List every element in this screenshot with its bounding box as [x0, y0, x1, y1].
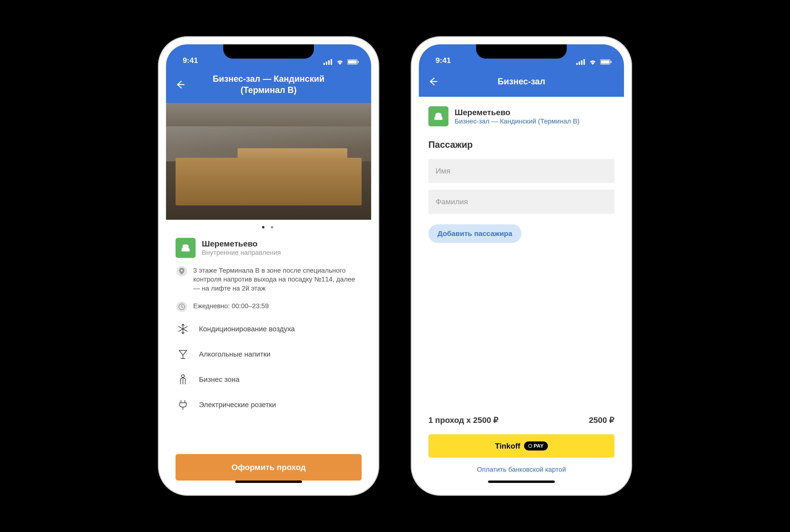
home-indicator[interactable] — [235, 480, 302, 483]
amenity-business: Бизнес зона — [166, 367, 371, 392]
clock-icon — [177, 302, 187, 312]
svg-rect-15 — [581, 60, 583, 65]
lounge-summary-text: Шереметьево Бизнес-зал — Кандинский (Тер… — [455, 108, 580, 125]
power-outlet-icon — [177, 398, 189, 411]
back-arrow-icon — [176, 80, 185, 89]
last-name-input[interactable]: Фамилия — [428, 190, 614, 214]
direction-label: Внутренние направления — [202, 249, 281, 256]
passenger-section-title: Пассажир — [419, 130, 624, 156]
svg-rect-18 — [601, 60, 609, 64]
lounge-icon — [176, 238, 196, 258]
battery-icon — [347, 59, 359, 65]
wifi-icon — [589, 59, 597, 65]
cocktail-icon — [177, 348, 189, 361]
armchair-icon — [433, 111, 444, 122]
svg-rect-14 — [578, 61, 580, 65]
phone-lounge-details: 9:41 Бизнес-зал — Кандинский (Терминал B… — [159, 37, 378, 495]
lounge-info: Шереметьево Внутренние направления — [166, 234, 371, 262]
wifi-icon — [336, 59, 344, 65]
price-total: 2500 ₽ — [589, 415, 614, 425]
svg-point-7 — [181, 270, 183, 271]
amenity-label: Бизнес зона — [199, 375, 239, 383]
amenity-label: Алкогольные напитки — [199, 350, 271, 358]
phone-checkout: 9:41 Бизнес-зал Шереметьево Бизнес-зал —… — [412, 37, 631, 495]
lounge-photo[interactable] — [166, 103, 371, 220]
amenity-label: Кондиционирование воздуха — [199, 325, 295, 333]
hours-text: Ежедневно: 00:00–23:59 — [193, 302, 269, 310]
photo-pager[interactable]: ● ● — [166, 220, 371, 234]
svg-point-20 — [529, 444, 532, 448]
status-time: 9:41 — [436, 56, 451, 65]
signal-icon — [324, 59, 332, 65]
tinkoff-label: Tinkoff — [495, 442, 520, 451]
header-title: Бизнес-зал — Кандинский (Терминал B) — [176, 73, 362, 96]
back-button[interactable] — [176, 80, 185, 89]
person-icon — [177, 373, 189, 386]
signal-icon — [576, 59, 585, 65]
header-title: Бизнес-зал — [428, 76, 614, 87]
amenity-alcohol: Алкогольные напитки — [166, 342, 371, 367]
svg-rect-16 — [584, 59, 585, 65]
lounge-summary: Шереметьево Бизнес-зал — Кандинский (Тер… — [419, 97, 624, 130]
svg-rect-5 — [348, 60, 356, 64]
tinkoff-pay-button[interactable]: Tinkoff PAY — [428, 434, 614, 458]
airport-name: Шереметьево — [202, 239, 281, 248]
lounge-name-link[interactable]: Бизнес-зал — Кандинский (Терминал B) — [455, 117, 580, 125]
amenity-ac: Кондиционирование воздуха — [166, 316, 371, 342]
location-row: 3 этаже Терминала В в зоне после специал… — [166, 262, 371, 297]
pay-by-card-link[interactable]: Оплатить банковской картой — [419, 460, 624, 488]
svg-rect-19 — [611, 61, 611, 63]
phone-notch — [476, 44, 567, 59]
back-arrow-icon — [428, 77, 438, 86]
pay-pill: PAY — [524, 441, 548, 451]
app-header: Бизнес-зал — [419, 68, 624, 97]
svg-rect-0 — [324, 63, 325, 65]
content-area: ● ● Шереметьево Внутренние направления 3… — [166, 103, 371, 488]
snowflake-icon — [177, 322, 189, 335]
status-icons — [324, 59, 359, 65]
status-icons — [576, 59, 612, 65]
home-indicator[interactable] — [488, 480, 555, 483]
amenity-power: Электрические розетки — [166, 392, 371, 417]
location-text: 3 этаже Терминала В в зоне после специал… — [193, 266, 361, 293]
svg-rect-13 — [576, 63, 578, 65]
svg-rect-1 — [326, 61, 327, 65]
price-line: 1 проход x 2500 ₽ — [428, 415, 498, 425]
phone-notch — [223, 44, 314, 59]
status-time: 9:41 — [183, 56, 198, 65]
price-row: 1 проход x 2500 ₽ 2500 ₽ — [419, 411, 624, 432]
armchair-icon — [180, 242, 191, 253]
amenity-label: Электрические розетки — [199, 401, 276, 409]
add-passenger-button[interactable]: Добавить пассажира — [428, 224, 521, 243]
app-header: Бизнес-зал — Кандинский (Терминал B) — [166, 68, 371, 103]
back-button[interactable] — [428, 77, 438, 86]
svg-rect-6 — [358, 61, 359, 63]
airport-name: Шереметьево — [455, 108, 580, 117]
first-name-input[interactable]: Имя — [428, 159, 614, 183]
svg-point-12 — [182, 375, 184, 378]
svg-rect-3 — [331, 59, 332, 65]
book-pass-button[interactable]: Оформить проход — [176, 454, 362, 480]
lounge-info-text: Шереметьево Внутренние направления — [202, 239, 281, 256]
content-area: Шереметьево Бизнес-зал — Кандинский (Тер… — [419, 97, 624, 488]
svg-rect-2 — [328, 60, 330, 65]
lounge-icon — [428, 106, 448, 126]
location-pin-icon — [177, 266, 187, 277]
hours-row: Ежедневно: 00:00–23:59 — [166, 297, 371, 316]
battery-icon — [600, 59, 612, 65]
pay-logo-icon — [528, 444, 532, 448]
